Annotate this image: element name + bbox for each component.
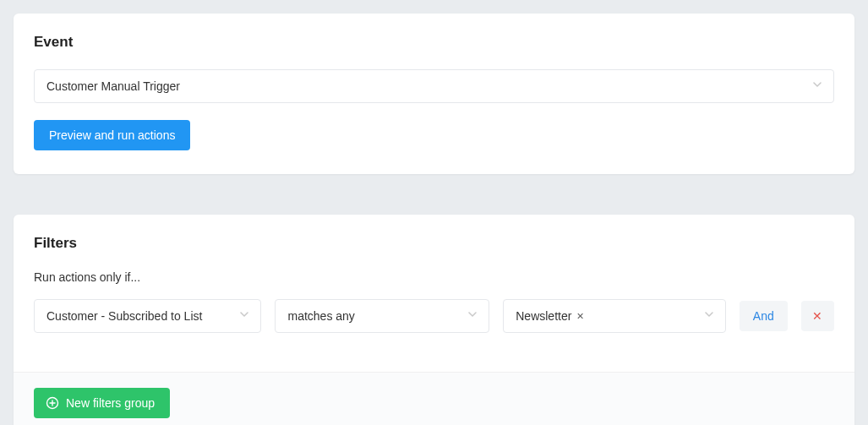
chevron-down-icon (468, 312, 477, 320)
logic-and-button[interactable]: And (740, 301, 788, 331)
filters-card: Filters Run actions only if... Customer … (14, 215, 854, 425)
filter-operator-select[interactable]: matches any (275, 299, 489, 333)
filter-field-select[interactable]: Customer - Subscribed to List (34, 299, 261, 333)
close-icon: ✕ (812, 309, 822, 323)
filters-row: Customer - Subscribed to List matches an… (34, 299, 834, 333)
new-filters-group-button[interactable]: New filters group (34, 388, 170, 418)
filters-title: Filters (34, 235, 834, 252)
chevron-down-icon (705, 312, 713, 320)
filters-description: Run actions only if... (34, 270, 834, 284)
event-select[interactable]: Customer Manual Trigger (34, 69, 834, 103)
filter-operator-value: matches any (287, 309, 354, 323)
filter-tag-label: Newsletter (516, 309, 571, 323)
event-select-value: Customer Manual Trigger (46, 79, 180, 93)
logic-and-label: And (753, 309, 774, 323)
new-filters-group-label: New filters group (66, 396, 155, 410)
filter-tag: Newsletter ✕ (516, 309, 584, 323)
event-card: Event Customer Manual Trigger Preview an… (14, 14, 854, 174)
filters-footer: New filters group (14, 372, 854, 425)
filter-value-select[interactable]: Newsletter ✕ (503, 299, 726, 333)
chevron-down-icon (813, 82, 822, 90)
remove-filter-button[interactable]: ✕ (801, 301, 834, 331)
preview-run-button-label: Preview and run actions (49, 128, 175, 142)
filter-field-value: Customer - Subscribed to List (46, 309, 202, 323)
chevron-down-icon (240, 312, 248, 320)
preview-run-button[interactable]: Preview and run actions (34, 120, 190, 150)
remove-tag-icon[interactable]: ✕ (576, 312, 584, 321)
event-title: Event (34, 34, 834, 51)
plus-circle-icon (46, 396, 59, 410)
